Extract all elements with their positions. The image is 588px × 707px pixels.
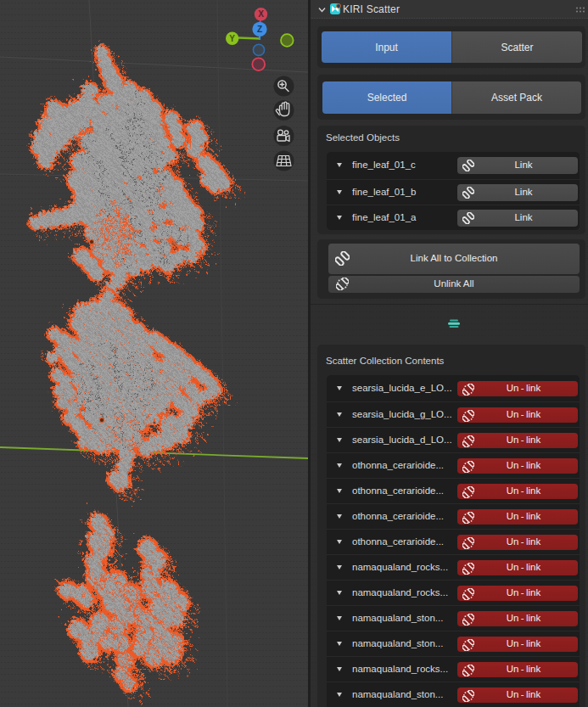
svg-text:Y: Y xyxy=(229,34,235,43)
svg-text:Z: Z xyxy=(257,25,262,34)
svg-text:X: X xyxy=(258,9,264,19)
